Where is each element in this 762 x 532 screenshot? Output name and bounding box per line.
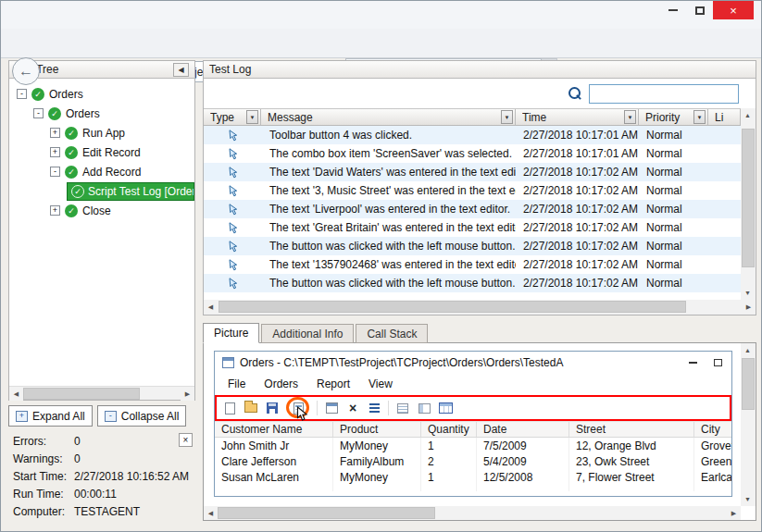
scroll-left-icon[interactable]: ◀ (204, 506, 218, 520)
tree-horizontal-scrollbar[interactable]: ◀ ▶ (9, 386, 194, 400)
sort-icon (367, 401, 381, 415)
log-row[interactable]: The button was clicked with the left mou… (204, 237, 741, 255)
picture-horizontal-scrollbar[interactable]: ◀ ▶ (204, 506, 741, 520)
log-row[interactable]: The text 'Great Britain' was entered in … (204, 218, 741, 237)
log-row[interactable]: The text '1357902468' was entered in the… (204, 255, 741, 274)
tree-item-add-record[interactable]: - ✓ Add Record (9, 162, 194, 181)
picture-window-title: Orders - C:\TEMPT\TestProject\TCProject\… (240, 356, 672, 369)
collapse-toggle-icon[interactable]: - (17, 89, 27, 99)
log-time: 2/27/2018 10:17:02 AM (516, 277, 639, 290)
scroll-right-icon[interactable]: ▶ (742, 300, 756, 314)
status-close-icon[interactable]: × (179, 433, 193, 447)
collapse-toggle-icon[interactable]: - (33, 108, 44, 118)
scrollbar-thumb[interactable] (23, 388, 140, 400)
log-message: The text 'David Waters' was entered in t… (261, 166, 516, 179)
tree-item-orders-root[interactable]: - ✓ Orders (9, 84, 194, 104)
search-icon (568, 87, 582, 101)
scroll-right-icon[interactable]: ▶ (727, 506, 741, 520)
save-icon (265, 401, 280, 415)
filter-dropdown-icon[interactable]: ▼ (501, 110, 513, 124)
collapse-all-label: Collapse All (121, 410, 180, 423)
event-icon (204, 167, 261, 179)
tree-item-run-app[interactable]: + ✓ Run App (9, 123, 194, 142)
collapse-all-button[interactable]: - Collapse All (97, 405, 187, 427)
maximize-icon (695, 6, 705, 15)
event-icon (204, 222, 261, 234)
back-button[interactable]: ← (12, 57, 40, 85)
log-time: 2/27/2018 10:17:02 AM (516, 184, 639, 197)
filter-dropdown-icon[interactable]: ▼ (693, 110, 706, 124)
scroll-right-icon[interactable]: ▶ (181, 387, 194, 401)
status-value: TESTAGENT (74, 505, 140, 518)
column-header-message[interactable]: Message ▼ (261, 109, 516, 125)
filter-dropdown-icon[interactable]: ▼ (624, 110, 636, 124)
log-message: The text '3, Music Street' was entered i… (261, 184, 516, 197)
tree-item-edit-record[interactable]: + ✓ Edit Record (9, 142, 194, 162)
scrollbar-thumb[interactable] (742, 358, 755, 410)
orders-app-icon (222, 357, 234, 368)
tab-additional-info[interactable]: Additional Info (261, 324, 354, 343)
expand-toggle-icon[interactable]: + (50, 128, 60, 138)
log-time: 2/27/2018 10:17:02 AM (516, 240, 639, 253)
log-time: 2/27/2018 10:17:02 AM (516, 166, 639, 179)
scroll-down-icon[interactable]: ▼ (741, 286, 755, 300)
picture-vertical-scrollbar[interactable]: ▲ ▼ (741, 343, 756, 506)
tree-item-script-test-log-selected[interactable]: ✓ Script Test Log [Order (9, 181, 194, 201)
log-row[interactable]: Toolbar button 4 was clicked. 2/27/2018 … (204, 126, 741, 144)
scroll-down-icon[interactable]: ▼ (741, 492, 755, 506)
log-message: The combo box item 'ScreenSaver' was sel… (261, 147, 516, 160)
tree-item-close[interactable]: + ✓ Close (9, 201, 194, 220)
status-value: 2/27/2018 10:16:52 AM (74, 470, 189, 483)
scroll-up-icon[interactable]: ▲ (741, 343, 755, 357)
scrollbar-thumb[interactable] (218, 507, 435, 519)
log-message: The button was clicked with the left mou… (261, 240, 516, 253)
log-row[interactable]: The combo box item 'ScreenSaver' was sel… (204, 144, 741, 163)
status-label: Run Time: (13, 488, 74, 501)
log-vertical-scrollbar[interactable]: ▲ ▼ (741, 108, 756, 300)
collapse-panel-button[interactable]: ◀ (173, 63, 189, 77)
column-header-link[interactable]: Li (708, 109, 741, 125)
new-document-icon (222, 401, 237, 415)
expand-toggle-icon[interactable]: + (50, 147, 60, 157)
success-check-icon: ✓ (65, 166, 78, 179)
tree-item-label: Run App (82, 127, 125, 140)
scroll-up-icon[interactable]: ▲ (741, 108, 755, 122)
status-row-warnings: Warnings: 0 (8, 450, 195, 467)
expand-all-button[interactable]: + Expand All (8, 405, 93, 427)
log-row[interactable]: The button was clicked with the left mou… (204, 274, 741, 292)
tab-call-stack[interactable]: Call Stack (356, 324, 428, 343)
log-message: Toolbar button 4 was clicked. (261, 129, 516, 142)
search-input[interactable] (589, 84, 739, 104)
log-time: 2/27/2018 10:17:02 AM (516, 221, 639, 234)
close-button[interactable]: × (713, 1, 754, 19)
maximize-button[interactable] (686, 1, 713, 19)
log-row[interactable]: The text '3, Music Street' was entered i… (204, 181, 741, 200)
log-row[interactable]: The text 'Liverpool' was entered in the … (204, 200, 741, 218)
scrollbar-thumb[interactable] (742, 129, 755, 267)
view-list-icon (395, 401, 410, 415)
log-priority: Normal (639, 203, 708, 216)
log-row[interactable]: The text 'David Waters' was entered in t… (204, 163, 741, 181)
column-header-type[interactable]: Type ▼ (204, 109, 261, 125)
scroll-left-icon[interactable]: ◀ (9, 387, 23, 401)
tree-item-orders[interactable]: - ✓ Orders (9, 104, 194, 123)
log-priority: Normal (639, 277, 708, 290)
tab-picture[interactable]: Picture (203, 323, 259, 343)
filter-dropdown-icon[interactable]: ▼ (246, 110, 258, 124)
expand-toggle-icon[interactable]: + (50, 205, 60, 216)
collapse-toggle-icon[interactable]: - (50, 167, 60, 177)
log-message: The button was clicked with the left mou… (261, 277, 516, 290)
column-header-time[interactable]: Time ▼ (516, 109, 639, 125)
success-check-icon: ✓ (31, 88, 44, 101)
tree-item-label: Orders (66, 107, 100, 120)
scroll-left-icon[interactable]: ◀ (204, 300, 218, 314)
log-message: The text 'Great Britain' was entered in … (261, 221, 516, 234)
minimize-button[interactable] (659, 1, 686, 19)
log-message: The text '1357902468' was entered in the… (261, 258, 516, 271)
column-header-priority[interactable]: Priority ▼ (639, 109, 708, 125)
edit-record-icon (324, 401, 339, 415)
scrollbar-thumb[interactable] (219, 301, 686, 313)
log-priority: Normal (639, 221, 708, 234)
log-horizontal-scrollbar[interactable]: ◀ ▶ (204, 300, 756, 315)
picture-menubar: File Orders Report View (215, 373, 731, 395)
